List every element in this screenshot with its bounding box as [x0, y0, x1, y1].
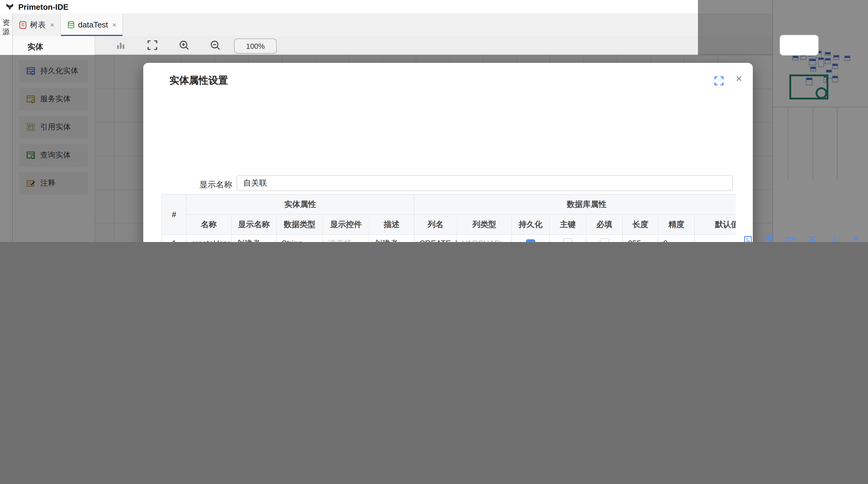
chart-icon[interactable]: [115, 40, 126, 51]
palette-title: 实体: [13, 36, 94, 54]
table-row: 1createUser创建者String∨请选择∨创建者CREATE_USERV…: [162, 235, 736, 242]
col-header-default: 默认值: [694, 215, 736, 235]
close-icon[interactable]: ×: [736, 73, 742, 85]
app-title: Primeton-IDE: [18, 2, 69, 11]
primary-key-checkbox[interactable]: [563, 238, 572, 242]
property-table: # 实体属性 数据库属性 名称 显示名称 数据类型 显示控件 描述 列名 列类型…: [161, 194, 736, 242]
persist-cell: ✓: [512, 235, 550, 242]
required-cell: [586, 235, 623, 242]
move-top-icon[interactable]: [807, 235, 818, 242]
entity-properties-dialog: 实体属性设置 × 显示名称 自关联 名称 selfTest 数据库表 selfT…: [143, 63, 753, 242]
move-bottom-icon[interactable]: [829, 235, 840, 242]
col-header-required: 必填: [586, 215, 623, 235]
col-header-persist: 持久化: [512, 215, 550, 235]
col-header-precision: 精度: [658, 215, 694, 235]
col-group-db: 数据库属性: [414, 194, 736, 215]
col-group-entity: 实体属性: [186, 194, 414, 215]
display-name-label: 显示名称: [161, 179, 232, 191]
zoom-out-icon[interactable]: [210, 40, 221, 51]
col-header-desc: 描述: [369, 215, 414, 235]
row-index: 1: [162, 235, 186, 242]
default-cell[interactable]: [694, 235, 736, 242]
display-name-input[interactable]: 自关联: [237, 175, 733, 191]
display-name-cell[interactable]: 创建者: [231, 235, 276, 242]
data-type-select[interactable]: String∨: [276, 235, 323, 242]
app-root: Primeton-IDE 资 源 树表 × dataTest: [0, 0, 868, 242]
dialog-title: 实体属性设置: [169, 75, 228, 87]
resource-strip-label: 源: [2, 27, 10, 37]
chevron-down-icon: ∨: [313, 240, 318, 242]
col-header-col-type: 列类型: [457, 215, 512, 235]
precision-cell[interactable]: 0: [658, 235, 694, 242]
col-header-col-name: 列名: [414, 215, 457, 235]
database-icon: [67, 21, 75, 29]
tab-tree-table[interactable]: 树表 ×: [13, 13, 61, 36]
col-header-pk: 主键: [550, 215, 586, 235]
zoom-in-icon[interactable]: [179, 40, 190, 51]
desc-cell[interactable]: 创建者: [369, 235, 414, 242]
persist-checkbox[interactable]: ✓: [526, 239, 535, 242]
col-header-display-name: 显示名称: [231, 215, 276, 235]
col-header-length: 长度: [623, 215, 658, 235]
app-logo-icon: [5, 2, 14, 11]
copy-icon[interactable]: [764, 235, 775, 242]
tab-label: dataTest: [78, 20, 108, 29]
col-header-data-type: 数据类型: [276, 215, 323, 235]
fullscreen-icon[interactable]: [147, 40, 158, 51]
canvas-toolbar: 100%: [13, 36, 772, 55]
required-checkbox[interactable]: [600, 238, 609, 242]
name-cell[interactable]: createUser: [186, 235, 231, 242]
col-header-index: #: [162, 194, 186, 235]
col-header-name: 名称: [186, 215, 231, 235]
resource-strip-label: 资: [2, 18, 10, 27]
zoom-level[interactable]: 100%: [234, 38, 277, 54]
length-cell[interactable]: 255: [623, 235, 658, 242]
document-icon: [19, 21, 27, 29]
col-type-cell: VARCHAR: [457, 235, 512, 242]
pk-cell: [550, 235, 586, 242]
col-header-control: 显示控件: [323, 215, 369, 235]
move-up-icon[interactable]: [850, 235, 861, 242]
control-select[interactable]: 请选择∨: [323, 235, 369, 242]
add-folder-icon[interactable]: [785, 235, 796, 242]
minimap-zoom-control[interactable]: [780, 35, 818, 56]
maximize-icon[interactable]: [714, 76, 723, 85]
close-icon[interactable]: ×: [112, 21, 117, 29]
chevron-down-icon: ∨: [359, 240, 365, 242]
tab-label: 树表: [30, 19, 46, 30]
tab-datatest[interactable]: dataTest ×: [61, 13, 123, 36]
close-icon[interactable]: ×: [50, 21, 54, 29]
col-name-cell[interactable]: CREATE_USER: [414, 235, 457, 242]
document-icon[interactable]: [742, 235, 753, 242]
